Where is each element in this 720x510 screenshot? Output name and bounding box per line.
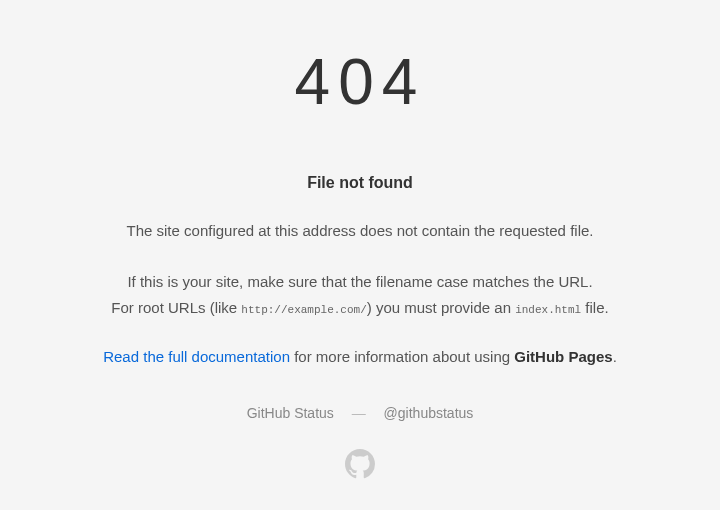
documentation-line: Read the full documentation for more inf… — [0, 348, 720, 365]
error-title: File not found — [0, 174, 720, 192]
error-description: The site configured at this address does… — [0, 220, 720, 241]
example-url-code: http://example.com/ — [241, 304, 366, 316]
hint-line2-suffix: file. — [581, 299, 609, 316]
github-logo-container — [0, 449, 720, 483]
hint-line2-mid: ) you must provide an — [367, 299, 515, 316]
footer-links: GitHub Status — @githubstatus — [0, 405, 720, 421]
doc-after-text: for more information about using — [290, 348, 514, 365]
error-code: 404 — [0, 45, 720, 119]
github-status-handle-link[interactable]: @githubstatus — [384, 405, 474, 421]
footer-separator: — — [352, 405, 366, 421]
index-file-code: index.html — [515, 304, 581, 316]
github-icon — [345, 465, 375, 482]
github-status-link[interactable]: GitHub Status — [247, 405, 334, 421]
github-logo-link[interactable] — [345, 449, 375, 483]
product-name: GitHub Pages — [514, 348, 612, 365]
documentation-link[interactable]: Read the full documentation — [103, 348, 290, 365]
hint-line2-prefix: For root URLs (like — [111, 299, 241, 316]
error-hint: If this is your site, make sure that the… — [0, 269, 720, 320]
doc-period: . — [613, 348, 617, 365]
hint-line1: If this is your site, make sure that the… — [127, 273, 592, 290]
